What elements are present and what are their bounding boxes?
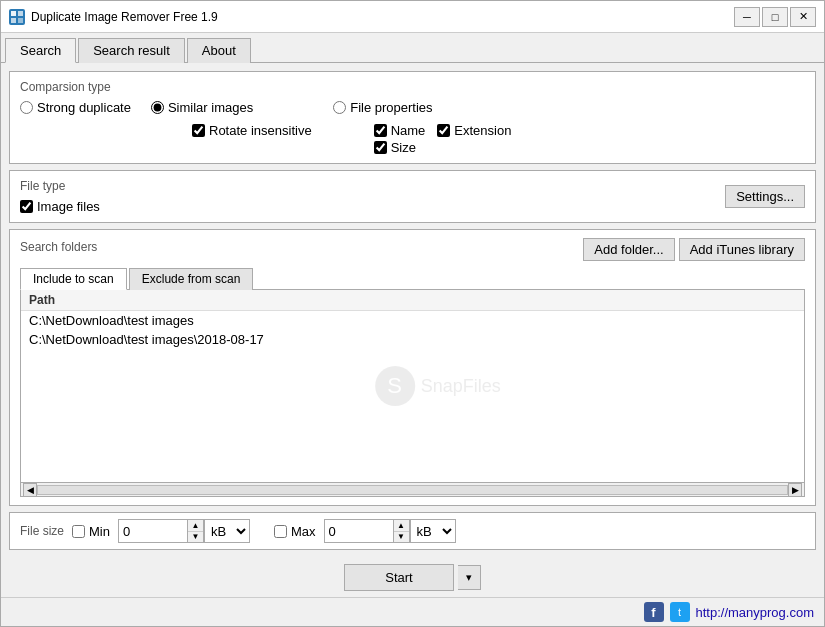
- maximize-button[interactable]: □: [762, 7, 788, 27]
- svg-rect-1: [11, 11, 16, 16]
- scan-tabs: Include to scan Exclude from scan: [20, 267, 805, 290]
- size-checkbox[interactable]: [374, 141, 387, 154]
- watermark-icon: S: [375, 366, 415, 406]
- close-button[interactable]: ✕: [790, 7, 816, 27]
- min-spin-up[interactable]: ▲: [188, 520, 203, 532]
- max-value-input[interactable]: [324, 519, 394, 543]
- name-checkbox[interactable]: [374, 124, 387, 137]
- file-type-section: File type Image files Settings...: [9, 170, 816, 223]
- extension-checkbox[interactable]: [437, 124, 450, 137]
- tab-search-result[interactable]: Search result: [78, 38, 185, 63]
- list-item[interactable]: C:\NetDownload\test images: [21, 311, 804, 330]
- image-files-option[interactable]: Image files: [20, 199, 100, 214]
- max-spin-up[interactable]: ▲: [394, 520, 409, 532]
- min-spinner[interactable]: ▲ ▼: [188, 519, 204, 543]
- title-bar: Duplicate Image Remover Free 1.9 ─ □ ✕: [1, 1, 824, 33]
- min-unit-select[interactable]: kB MB GB: [204, 519, 250, 543]
- tab-search[interactable]: Search: [5, 38, 76, 63]
- min-spin-down[interactable]: ▼: [188, 532, 203, 543]
- max-input-group: ▲ ▼ kB MB GB: [324, 519, 456, 543]
- file-properties-radio[interactable]: [333, 101, 346, 114]
- path-column-header: Path: [21, 290, 804, 311]
- image-files-checkbox[interactable]: [20, 200, 33, 213]
- similar-images-radio[interactable]: [151, 101, 164, 114]
- scroll-track[interactable]: [37, 485, 788, 495]
- minimize-button[interactable]: ─: [734, 7, 760, 27]
- strong-duplicate-option[interactable]: Strong duplicate: [20, 100, 131, 115]
- list-item[interactable]: C:\NetDownload\test images\2018-08-17: [21, 330, 804, 349]
- svg-rect-2: [18, 11, 23, 16]
- max-checkbox-option[interactable]: Max: [274, 524, 316, 539]
- scroll-left-button[interactable]: ◀: [23, 483, 37, 497]
- extension-checkbox-option[interactable]: Extension: [437, 123, 511, 138]
- min-value-input[interactable]: [118, 519, 188, 543]
- scroll-right-button[interactable]: ▶: [788, 483, 802, 497]
- horizontal-scrollbar[interactable]: ◀ ▶: [20, 483, 805, 497]
- min-checkbox[interactable]: [72, 525, 85, 538]
- max-spinner[interactable]: ▲ ▼: [394, 519, 410, 543]
- twitter-icon[interactable]: t: [670, 602, 690, 622]
- watermark: S SnapFiles: [375, 366, 501, 406]
- rotate-insensitive-option[interactable]: Rotate insensitive: [192, 123, 312, 138]
- max-checkbox[interactable]: [274, 525, 287, 538]
- strong-duplicate-radio[interactable]: [20, 101, 33, 114]
- max-unit-select[interactable]: kB MB GB: [410, 519, 456, 543]
- start-dropdown-button[interactable]: ▾: [458, 565, 481, 590]
- file-size-label: File size: [20, 524, 64, 538]
- exclude-scan-tab[interactable]: Exclude from scan: [129, 268, 254, 290]
- svg-rect-4: [18, 18, 23, 23]
- file-props-row1: Name Extension: [374, 123, 512, 138]
- file-properties-option[interactable]: File properties: [333, 100, 432, 115]
- add-itunes-button[interactable]: Add iTunes library: [679, 238, 805, 261]
- file-type-label: File type: [20, 179, 100, 193]
- folder-action-buttons: Add folder... Add iTunes library: [583, 238, 805, 261]
- comparison-type-label: Comparsion type: [20, 80, 805, 94]
- comparison-type-section: Comparsion type Strong duplicate Similar…: [9, 71, 816, 164]
- bottom-bar: Start ▾: [1, 558, 824, 597]
- window-controls: ─ □ ✕: [734, 7, 816, 27]
- tab-bar: Search Search result About: [1, 33, 824, 63]
- search-folders-label: Search folders: [20, 240, 97, 254]
- tab-about[interactable]: About: [187, 38, 251, 63]
- file-type-left: File type Image files: [20, 179, 100, 214]
- min-input-group: ▲ ▼ kB MB GB: [118, 519, 250, 543]
- folder-list-container: Path C:\NetDownload\test images C:\NetDo…: [20, 290, 805, 483]
- rotate-insensitive-checkbox[interactable]: [192, 124, 205, 137]
- include-scan-tab[interactable]: Include to scan: [20, 268, 127, 290]
- app-icon: [9, 9, 25, 25]
- min-checkbox-option[interactable]: Min: [72, 524, 110, 539]
- settings-button[interactable]: Settings...: [725, 185, 805, 208]
- app-title: Duplicate Image Remover Free 1.9: [31, 10, 734, 24]
- facebook-icon[interactable]: f: [644, 602, 664, 622]
- main-window: Duplicate Image Remover Free 1.9 ─ □ ✕ S…: [0, 0, 825, 627]
- size-checkbox-option[interactable]: Size: [374, 140, 416, 155]
- folders-header: Search folders Add folder... Add iTunes …: [20, 238, 805, 261]
- search-folders-section: Search folders Add folder... Add iTunes …: [9, 229, 816, 506]
- main-content: Comparsion type Strong duplicate Similar…: [1, 63, 824, 558]
- svg-rect-3: [11, 18, 16, 23]
- website-link[interactable]: http://manyprog.com: [696, 605, 815, 620]
- start-button[interactable]: Start: [344, 564, 453, 591]
- add-folder-button[interactable]: Add folder...: [583, 238, 674, 261]
- comparison-options-row: Strong duplicate Similar images File pro…: [20, 100, 511, 115]
- file-props-row2: Size: [374, 140, 512, 155]
- footer: f t http://manyprog.com: [1, 597, 824, 626]
- similar-images-option[interactable]: Similar images: [151, 100, 253, 115]
- max-spin-down[interactable]: ▼: [394, 532, 409, 543]
- file-size-section: File size Min ▲ ▼ kB MB GB Max: [9, 512, 816, 550]
- name-checkbox-option[interactable]: Name: [374, 123, 426, 138]
